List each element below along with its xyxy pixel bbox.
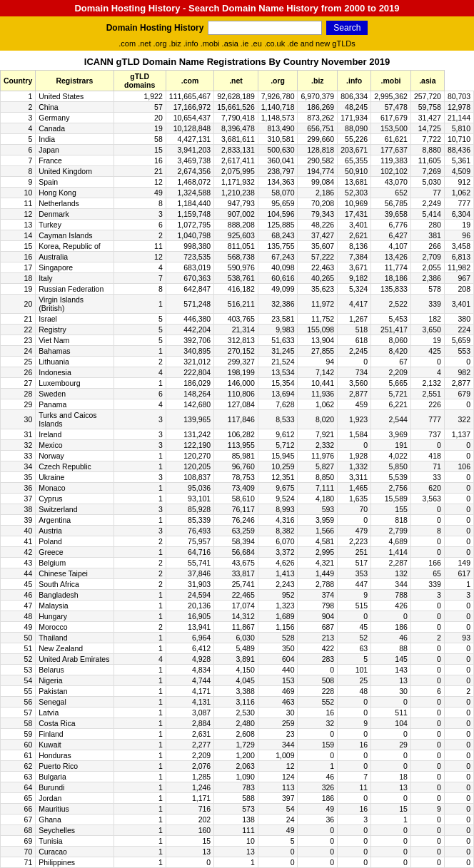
data-cell: 517	[338, 558, 371, 568]
data-cell: 5,489	[214, 643, 258, 654]
data-cell: 2,249	[410, 198, 444, 209]
country-cell: Denmark	[36, 209, 114, 220]
data-cell: 153	[258, 675, 298, 686]
data-cell: 4,689	[371, 536, 411, 547]
search-button[interactable]: Search	[326, 21, 368, 35]
country-cell: Sweden	[36, 389, 114, 399]
data-cell: 578	[410, 284, 444, 295]
table-row: 35Ukraine3108,83778,75312,3518,8503,3115…	[1, 472, 474, 483]
data-cell: 4	[114, 654, 166, 665]
data-cell: 15,945	[258, 451, 298, 461]
data-cell: 213	[298, 633, 338, 643]
data-cell: 60,616	[258, 273, 298, 284]
data-cell: 280	[410, 220, 444, 230]
data-cell: 7	[1, 155, 36, 166]
country-cell: Luxembourg	[36, 378, 114, 389]
data-cell: 10,259	[258, 461, 298, 472]
table-row: 8United Kingdom212,674,3562,075,995238,7…	[1, 166, 474, 177]
data-cell: 39,658	[371, 209, 411, 220]
data-cell: 135,833	[371, 284, 411, 295]
data-cell: 4,107	[371, 241, 411, 252]
data-cell: 49	[1, 622, 36, 633]
table-row: 24Bahamas1340,895270,15231,24527,8552,24…	[1, 346, 474, 357]
data-cell: 106,282	[214, 429, 258, 440]
data-cell: 19	[444, 220, 473, 230]
country-cell: Panama	[36, 399, 114, 410]
country-cell: Turkey	[36, 220, 114, 230]
data-cell: 11,976	[298, 451, 338, 461]
data-cell: 588	[214, 793, 258, 804]
data-cell: 0	[444, 782, 473, 793]
search-input[interactable]	[208, 21, 322, 35]
data-cell: 4,834	[166, 665, 213, 675]
data-cell: 25	[338, 675, 371, 686]
data-cell: 76,117	[214, 504, 258, 515]
data-cell: 1,090	[214, 772, 258, 782]
data-cell: 88	[371, 643, 411, 654]
data-cell: 37,846	[166, 568, 213, 579]
data-cell: 88,090	[338, 123, 371, 134]
data-cell: 11,605	[410, 155, 444, 166]
data-cell: 58,610	[214, 494, 258, 504]
data-cell: 4,417	[338, 295, 371, 314]
data-cell: 3,401	[444, 295, 473, 314]
data-cell: 11,867	[214, 622, 258, 633]
table-row: 41Poland275,95758,3946,0704,5812,2234,68…	[1, 536, 474, 547]
data-cell: 182	[410, 314, 444, 325]
data-cell: 52	[1, 654, 36, 665]
data-cell: 5	[114, 325, 166, 335]
data-cell: 0	[410, 515, 444, 526]
data-cell: 131,242	[166, 429, 213, 440]
data-cell: 64,716	[166, 547, 213, 558]
data-cell: 251,417	[371, 325, 411, 335]
data-cell: 0	[444, 793, 473, 804]
data-cell: 186,029	[166, 378, 213, 389]
data-cell: 1,449	[298, 568, 338, 579]
data-cell: 224	[444, 325, 473, 335]
table-row: 14Cayman Islands21,040,798925,60368,2433…	[1, 230, 474, 241]
data-cell: 3	[114, 472, 166, 483]
data-cell: 1	[114, 825, 166, 836]
data-cell: 2	[114, 357, 166, 367]
data-cell: 139,965	[166, 410, 213, 429]
country-cell: Israel	[36, 314, 114, 325]
data-cell: 982	[444, 367, 473, 378]
data-cell: 6,813	[444, 252, 473, 262]
data-cell: 0	[338, 729, 371, 740]
table-row: 64Burundi11,246783113326111300	[1, 782, 474, 793]
data-cell: 0	[338, 825, 371, 836]
data-cell: 374	[298, 590, 338, 601]
data-cell: 4,626	[258, 558, 298, 568]
data-cell: 0	[444, 847, 473, 857]
data-cell: 0	[410, 815, 444, 825]
data-cell: 0	[258, 847, 298, 857]
data-cell: 5,850	[371, 461, 411, 472]
data-cell: 3	[114, 429, 166, 440]
data-cell: 142,680	[166, 399, 213, 410]
data-cell: 149	[444, 558, 473, 568]
data-cell: 238,797	[258, 166, 298, 177]
data-cell: 1	[114, 378, 166, 389]
data-cell: 155,098	[298, 325, 338, 335]
data-cell: 11	[114, 241, 166, 252]
data-cell: 2	[410, 633, 444, 643]
data-cell: 28	[1, 389, 36, 399]
data-cell: 48,226	[298, 220, 338, 230]
data-cell: 13,904	[298, 335, 338, 346]
data-cell: 4,131	[166, 697, 213, 708]
column-header--net: .net	[214, 71, 258, 91]
data-cell: 3,650	[410, 325, 444, 335]
country-cell: Pakistan	[36, 686, 114, 697]
table-row: 2China5717,166,97215,661,5261,140,718186…	[1, 102, 474, 113]
data-cell: 642,847	[166, 284, 213, 295]
data-cell: 683,019	[166, 262, 213, 273]
data-cell: 113	[258, 782, 298, 793]
data-cell: 127,084	[214, 399, 258, 410]
data-cell: 21	[114, 166, 166, 177]
data-cell: 2	[114, 536, 166, 547]
data-cell: 6	[410, 686, 444, 697]
data-cell: 7,384	[338, 252, 371, 262]
data-cell: 58,070	[258, 188, 298, 198]
data-cell: 3,458	[444, 241, 473, 252]
table-row: 57Latvia13,0872,5303016051100	[1, 708, 474, 718]
